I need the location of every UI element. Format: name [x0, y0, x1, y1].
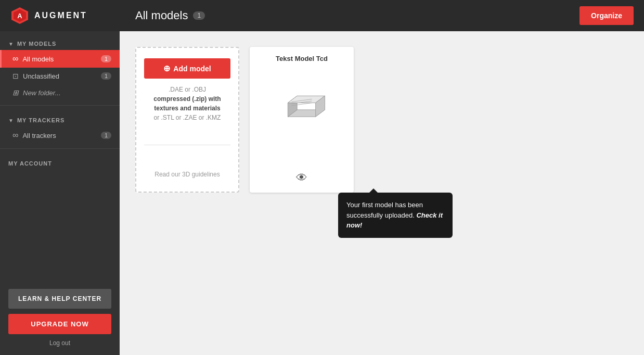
sidebar-divider-1: [0, 105, 120, 106]
view-model-icon[interactable]: 👁: [296, 171, 307, 185]
my-account-section-header[interactable]: MY ACCOUNT: [0, 157, 120, 170]
new-folder-label: New folder...: [23, 89, 61, 97]
models-grid: ⊕ Add model .DAE or .OBJ compressed (.zi…: [135, 47, 628, 193]
chevron-down-icon: ▼: [8, 41, 14, 47]
desc-line2: compressed (.zip) with textures and mate…: [153, 95, 221, 112]
model-card-title: Tekst Model Tcd: [276, 55, 328, 62]
tooltip-text: Your first model has been successfully u…: [346, 201, 423, 219]
add-model-description: .DAE or .OBJ compressed (.zip) with text…: [144, 85, 230, 122]
header: A AUGMENT All models 1 Organize: [0, 0, 644, 31]
main-layout: ▼ MY MODELS ∞ All models 1 ⊡ Unclassifie…: [0, 31, 644, 355]
sidebar-item-new-folder[interactable]: ⊞ New folder...: [0, 84, 120, 101]
trackers-badge: 1: [101, 132, 111, 139]
chevron-down-icon-2: ▼: [8, 118, 14, 123]
my-trackers-section: ▼ MY TRACKERS ∞ All trackers 1: [0, 108, 120, 146]
sidebar-item-all-models-left: ∞ All models: [12, 54, 54, 64]
sidebar-item-unclassified[interactable]: ⊡ Unclassified 1: [0, 68, 120, 84]
success-tooltip: Your first model has been successfully u…: [338, 193, 453, 238]
model-card-thumbnail: [271, 74, 333, 136]
guidelines-link[interactable]: Read our 3D guidelines: [154, 168, 220, 181]
model-card-tekst[interactable]: Tekst Model Tcd: [250, 47, 354, 193]
logo-text: AUGMENT: [34, 11, 87, 20]
add-model-label: Add model: [173, 65, 211, 73]
upgrade-now-button[interactable]: UPGRADE NOW: [8, 314, 111, 334]
model-count-badge: 1: [193, 11, 205, 20]
plus-circle-icon: ⊕: [163, 64, 170, 73]
all-models-badge: 1: [101, 55, 111, 62]
sidebar: ▼ MY MODELS ∞ All models 1 ⊡ Unclassifie…: [0, 31, 120, 355]
infinity-icon-2: ∞: [12, 131, 18, 140]
content-area: ⊕ Add model .DAE or .OBJ compressed (.zi…: [120, 31, 644, 355]
desc-line1: .DAE or .OBJ: [169, 86, 206, 93]
my-trackers-label: MY TRACKERS: [17, 117, 65, 123]
my-models-label: MY MODELS: [17, 41, 56, 47]
sidebar-divider-2: [0, 148, 120, 149]
logout-link[interactable]: Log out: [8, 339, 111, 347]
my-trackers-section-header[interactable]: ▼ MY TRACKERS: [0, 114, 120, 126]
page-title-container: All models 1: [135, 9, 205, 22]
add-model-divider: [144, 145, 230, 145]
infinity-icon: ∞: [12, 54, 18, 64]
new-folder-icon: ⊞: [12, 88, 19, 97]
my-models-section: ▼ MY MODELS ∞ All models 1 ⊡ Unclassifie…: [0, 31, 120, 103]
sidebar-item-unclassified-left: ⊡ Unclassified: [12, 72, 59, 80]
augment-logo-icon: A: [10, 6, 29, 25]
unclassified-badge: 1: [101, 72, 111, 80]
sidebar-item-all-trackers[interactable]: ∞ All trackers 1: [0, 126, 120, 144]
my-models-section-header[interactable]: ▼ MY MODELS: [0, 37, 120, 50]
add-model-card[interactable]: ⊕ Add model .DAE or .OBJ compressed (.zi…: [135, 47, 239, 193]
page-title: All models: [135, 9, 188, 22]
my-account-label: MY ACCOUNT: [8, 160, 52, 167]
learn-help-button[interactable]: LEARN & HELP CENTER: [8, 289, 111, 309]
all-models-label: All models: [22, 55, 54, 63]
all-trackers-label: All trackers: [22, 132, 56, 140]
add-model-top: ⊕ Add model .DAE or .OBJ compressed (.zi…: [144, 58, 230, 122]
logo-container: A AUGMENT: [10, 6, 87, 25]
unclassified-label: Unclassified: [23, 72, 59, 80]
folder-icon: ⊡: [12, 72, 19, 80]
model-3d-preview: [273, 84, 330, 126]
my-account-section: MY ACCOUNT: [0, 151, 120, 172]
sidebar-bottom: LEARN & HELP CENTER UPGRADE NOW Log out: [0, 281, 120, 355]
sidebar-item-trackers-left: ∞ All trackers: [12, 131, 56, 140]
desc-line3: or .STL or .ZAE or .KMZ: [154, 114, 221, 121]
svg-text:A: A: [17, 12, 22, 20]
add-model-button[interactable]: ⊕ Add model: [144, 58, 230, 79]
sidebar-item-all-models[interactable]: ∞ All models 1: [0, 50, 120, 68]
organize-button[interactable]: Organize: [579, 6, 634, 25]
